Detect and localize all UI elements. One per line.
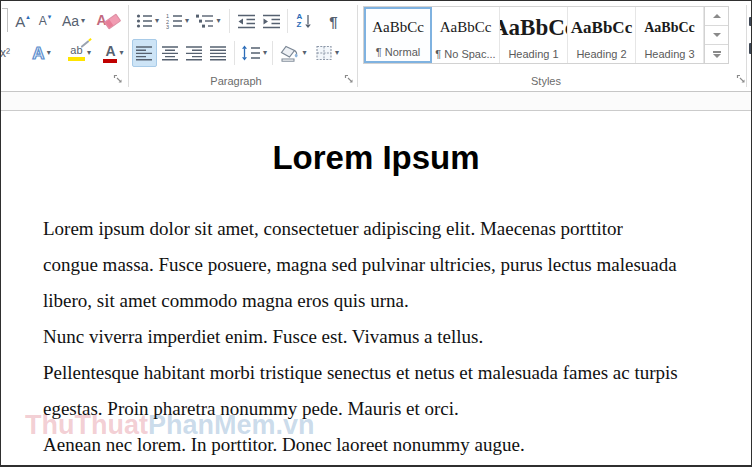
increase-indent-button[interactable] — [259, 7, 284, 35]
highlight-icon: ab — [68, 45, 85, 61]
paragraph-group-label: Paragraph — [129, 75, 343, 87]
text-line: Nunc viverra imperdiet enim. Fusce est. … — [43, 319, 749, 355]
document-heading: Lorem Ipsum — [1, 139, 751, 177]
button-separator — [229, 9, 230, 33]
justify-button[interactable] — [206, 39, 230, 67]
style-preview: AaBbCc — [432, 7, 499, 48]
increase-indent-icon — [263, 13, 281, 29]
style-item-no-spacing[interactable]: AaBbCc ¶ No Spac... — [432, 7, 500, 63]
style-item-heading3[interactable]: AaBbCc Heading 3 — [636, 7, 704, 63]
style-preview: AaBbCc — [500, 7, 567, 48]
ribbon: A ▴ A ▾ Aa ▾ A x² A ▾ ab — [1, 1, 751, 92]
font-color-letter: A — [105, 44, 115, 58]
word-window: A ▴ A ▾ Aa ▾ A x² A ▾ ab — [0, 0, 752, 467]
document-body: Lorem ipsum dolor sit amet, consectetuer… — [43, 211, 749, 463]
chevron-down-icon: ▾ — [155, 17, 159, 25]
svg-text:3: 3 — [166, 24, 169, 29]
shrink-font-down-arrow: ▾ — [48, 13, 52, 20]
sort-az-letters: A Z — [297, 13, 303, 29]
style-item-heading1[interactable]: AaBbCc Heading 1 — [500, 7, 568, 63]
borders-icon — [316, 45, 333, 61]
clear-formatting-eraser-icon: A — [97, 12, 119, 30]
style-preview: AaBbCc — [366, 9, 430, 46]
sort-down-arrow-icon — [304, 13, 312, 29]
styles-more-button[interactable] — [705, 45, 728, 63]
align-right-icon — [186, 46, 203, 61]
line-spacing-icon — [241, 45, 261, 61]
chevron-down-icon: ▾ — [335, 49, 339, 57]
style-label: Heading 3 — [644, 48, 694, 60]
group-separator — [746, 5, 747, 87]
style-item-normal[interactable]: AaBbCc ¶ Normal — [364, 7, 432, 63]
superscript-button[interactable]: x² — [0, 39, 16, 67]
chevron-down-icon: ▾ — [81, 17, 85, 25]
text-effects-button[interactable]: A ▾ — [23, 39, 60, 67]
clear-formatting-button[interactable]: A — [93, 7, 122, 35]
triangle-up-icon — [713, 14, 721, 18]
style-label: Heading 1 — [508, 48, 558, 60]
decrease-indent-button[interactable] — [234, 7, 259, 35]
chevron-down-icon: ▾ — [263, 49, 267, 57]
highlight-color-bar — [68, 57, 85, 61]
shading-bucket-icon — [280, 45, 300, 62]
show-hide-pilcrow-button[interactable]: ¶ — [321, 7, 346, 35]
decrease-indent-icon — [238, 13, 256, 29]
pilcrow-icon: ¶ — [329, 14, 337, 29]
numbering-button[interactable]: 1 2 3 ▾ — [163, 7, 192, 35]
styles-group-label: Styles — [361, 75, 731, 87]
align-left-button[interactable] — [132, 39, 157, 67]
document-page[interactable]: Lorem Ipsum ThuThuatPhanMem.vn Lorem ips… — [1, 111, 751, 467]
chevron-down-icon: ▾ — [216, 17, 220, 25]
justify-icon — [210, 46, 227, 61]
borders-button[interactable]: ▾ — [312, 39, 343, 67]
styles-scroll-up-button[interactable] — [705, 7, 728, 26]
dialog-launcher-icon — [736, 74, 746, 84]
font-color-bar — [103, 59, 117, 63]
chevron-down-icon: ▾ — [47, 49, 51, 57]
paragraph-dialog-launcher[interactable] — [344, 74, 354, 84]
styles-scroll-down-button[interactable] — [705, 26, 728, 45]
chevron-down-icon: ▾ — [185, 17, 189, 25]
pen-icon — [80, 40, 89, 48]
text-highlight-color-button[interactable]: ab ▾ — [61, 39, 98, 67]
change-case-button[interactable]: Aa ▾ — [58, 7, 89, 35]
font-size-box-edge — [2, 8, 8, 32]
change-case-icon: Aa — [62, 14, 79, 28]
triangle-down-icon — [713, 54, 721, 58]
chevron-down-icon: ▾ — [119, 49, 123, 57]
styles-gallery: AaBbCc ¶ Normal AaBbCc ¶ No Spac... AaBb… — [363, 6, 729, 64]
text-line: Pellentesque habitant morbi tristique se… — [43, 355, 749, 391]
bullets-icon — [136, 13, 153, 29]
align-center-button[interactable] — [158, 39, 182, 67]
more-bar-icon — [713, 51, 721, 53]
line-spacing-button[interactable]: ▾ — [239, 39, 269, 67]
style-preview: AaBbCc — [636, 7, 703, 48]
multilevel-list-button[interactable]: ▾ — [193, 7, 224, 35]
align-right-button[interactable] — [182, 39, 206, 67]
font-color-button[interactable]: A ▾ — [98, 39, 129, 67]
text-effects-icon: A — [32, 45, 44, 62]
align-center-icon — [162, 46, 179, 61]
multilevel-list-icon — [196, 13, 214, 29]
styles-dialog-launcher[interactable] — [736, 74, 746, 84]
sort-letter-z: Z — [297, 21, 303, 29]
font-color-icon: A — [103, 44, 117, 63]
style-item-heading2[interactable]: AaBbCc Heading 2 — [568, 7, 636, 63]
text-line: Aenean nec lorem. In porttitor. Donec la… — [43, 427, 749, 463]
grow-font-letter: A — [15, 14, 25, 29]
styles-gallery-scrollbar — [704, 7, 728, 63]
sort-button[interactable]: A Z — [291, 7, 318, 35]
text-line: egestas. Proin pharetra nonummy pede. Ma… — [43, 391, 749, 427]
triangle-down-icon — [713, 33, 721, 37]
grow-font-button[interactable]: A ▴ — [11, 7, 35, 35]
font-dialog-launcher[interactable] — [113, 74, 123, 84]
text-line: libero, sit amet commodo magna eros quis… — [43, 283, 749, 319]
shrink-font-button[interactable]: A ▾ — [35, 7, 56, 35]
document-top-strip — [1, 92, 751, 111]
style-label: ¶ No Spac... — [435, 48, 495, 60]
highlight-letters: ab — [70, 45, 82, 56]
bullets-button[interactable]: ▾ — [133, 7, 162, 35]
shading-button[interactable]: ▾ — [277, 39, 310, 67]
button-separator — [272, 41, 273, 65]
text-line: Lorem ipsum dolor sit amet, consectetuer… — [43, 211, 749, 247]
